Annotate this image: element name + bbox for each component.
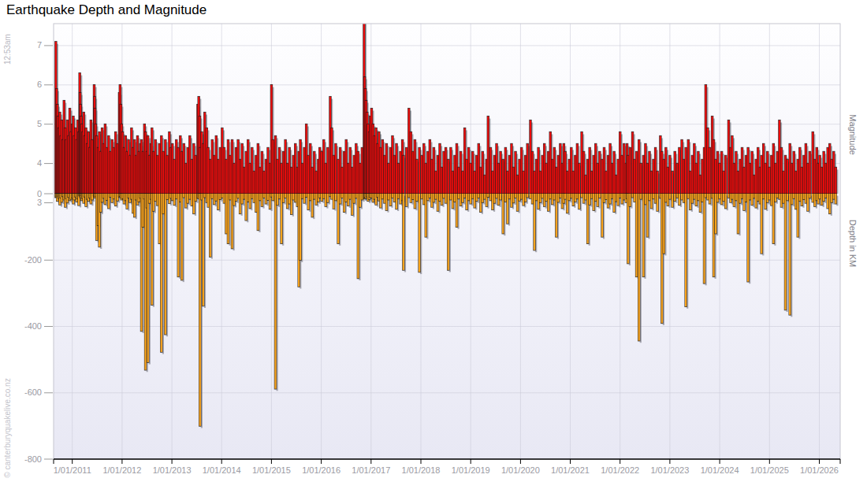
- svg-text:1/01/2023: 1/01/2023: [650, 465, 689, 475]
- chart-plot-area[interactable]: 1/01/20111/01/20121/01/20131/01/20141/01…: [0, 0, 867, 504]
- svg-text:6: 6: [37, 80, 42, 89]
- svg-text:1/01/2014: 1/01/2014: [203, 465, 241, 475]
- chart-canvas: 1/01/20111/01/20121/01/20131/01/20141/01…: [0, 0, 867, 504]
- svg-text:3: 3: [37, 198, 42, 207]
- svg-text:1/01/2018: 1/01/2018: [402, 465, 441, 475]
- y-axis: 765430-200-400-600-800: [24, 40, 53, 463]
- svg-text:-400: -400: [24, 321, 42, 331]
- svg-text:1/01/2015: 1/01/2015: [252, 465, 291, 475]
- svg-text:5: 5: [37, 119, 42, 128]
- svg-text:-800: -800: [24, 454, 42, 464]
- svg-text:1/01/2013: 1/01/2013: [153, 465, 192, 475]
- svg-text:1/01/2019: 1/01/2019: [452, 465, 490, 475]
- svg-text:1/01/2012: 1/01/2012: [102, 465, 141, 475]
- svg-text:-600: -600: [24, 387, 42, 397]
- svg-text:7: 7: [37, 40, 42, 50]
- svg-text:1/01/2020: 1/01/2020: [501, 465, 540, 475]
- svg-text:1/01/2017: 1/01/2017: [352, 465, 390, 475]
- svg-text:1/01/2016: 1/01/2016: [302, 465, 340, 475]
- svg-text:4: 4: [37, 158, 42, 168]
- svg-text:1/01/2026: 1/01/2026: [800, 465, 839, 475]
- svg-text:1/01/2025: 1/01/2025: [750, 465, 789, 475]
- svg-text:1/01/2022: 1/01/2022: [601, 465, 639, 475]
- svg-text:1/01/2011: 1/01/2011: [54, 465, 91, 475]
- magnitude-axis-title: Magnitude: [848, 95, 858, 174]
- earthquake-chart-page: Earthquake Depth and Magnitude 12:53am ©…: [0, 0, 867, 504]
- svg-text:1/01/2021: 1/01/2021: [551, 465, 590, 475]
- svg-text:0: 0: [37, 189, 42, 198]
- depth-axis-title: Depth in KM: [848, 204, 858, 283]
- svg-text:-200: -200: [24, 255, 42, 265]
- svg-text:1/01/2024: 1/01/2024: [701, 465, 739, 475]
- x-axis: 1/01/20111/01/20121/01/20131/01/20141/01…: [54, 459, 840, 475]
